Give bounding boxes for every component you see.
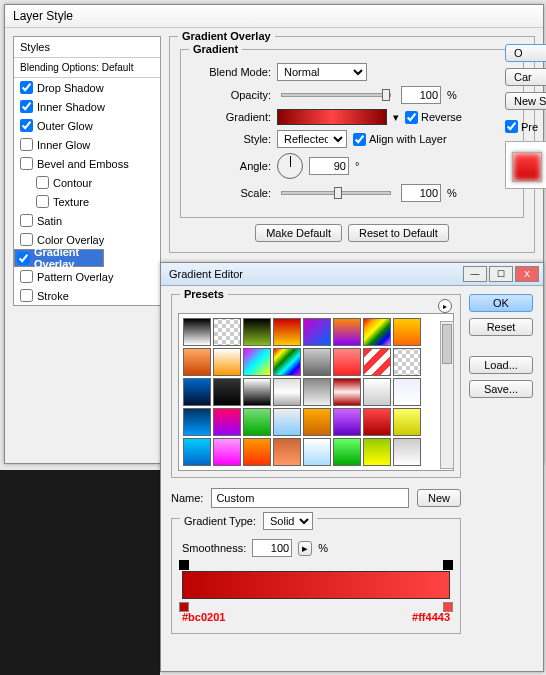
reverse-checkbox[interactable] xyxy=(405,111,418,124)
style-item-contour[interactable]: Contour xyxy=(14,173,160,192)
style-checkbox[interactable] xyxy=(20,119,33,132)
style-checkbox[interactable] xyxy=(20,233,33,246)
minimize-icon[interactable]: — xyxy=(463,266,487,282)
opacity-stop-right[interactable] xyxy=(443,560,453,570)
preset-swatch[interactable] xyxy=(363,378,391,406)
ge-save-button[interactable]: Save... xyxy=(469,380,533,398)
preset-swatch[interactable] xyxy=(333,318,361,346)
style-checkbox[interactable] xyxy=(20,157,33,170)
blending-options[interactable]: Blending Options: Default xyxy=(14,58,160,78)
presets-menu-icon[interactable]: ▸ xyxy=(438,299,452,313)
reset-default-button[interactable]: Reset to Default xyxy=(348,224,449,242)
preset-swatch[interactable] xyxy=(213,438,241,466)
color-stop-right[interactable] xyxy=(443,602,453,612)
scale-slider[interactable] xyxy=(281,191,391,195)
new-button[interactable]: New xyxy=(417,489,461,507)
preset-swatch[interactable] xyxy=(363,408,391,436)
ge-load-button[interactable]: Load... xyxy=(469,356,533,374)
name-input[interactable] xyxy=(211,488,409,508)
preset-swatch[interactable] xyxy=(363,348,391,376)
style-item-stroke[interactable]: Stroke xyxy=(14,286,160,305)
preset-swatch[interactable] xyxy=(333,438,361,466)
preset-swatch[interactable] xyxy=(273,408,301,436)
style-item-drop-shadow[interactable]: Drop Shadow xyxy=(14,78,160,97)
preset-swatch[interactable] xyxy=(213,318,241,346)
preset-swatch[interactable] xyxy=(393,318,421,346)
preset-swatch[interactable] xyxy=(303,318,331,346)
smoothness-input[interactable] xyxy=(252,539,292,557)
preset-swatch[interactable] xyxy=(183,438,211,466)
new-style-button[interactable]: New S xyxy=(505,92,546,110)
style-checkbox[interactable] xyxy=(20,214,33,227)
style-item-inner-shadow[interactable]: Inner Shadow xyxy=(14,97,160,116)
preset-swatch[interactable] xyxy=(213,348,241,376)
preset-swatch[interactable] xyxy=(183,378,211,406)
preset-swatch[interactable] xyxy=(333,378,361,406)
preset-swatch[interactable] xyxy=(303,348,331,376)
preset-swatch[interactable] xyxy=(213,378,241,406)
style-select[interactable]: Reflected xyxy=(277,130,347,148)
style-checkbox[interactable] xyxy=(36,176,49,189)
preset-swatch[interactable] xyxy=(243,348,271,376)
make-default-button[interactable]: Make Default xyxy=(255,224,342,242)
preset-swatch[interactable] xyxy=(183,348,211,376)
preset-swatch[interactable] xyxy=(333,408,361,436)
preset-swatch[interactable] xyxy=(183,408,211,436)
style-checkbox[interactable] xyxy=(20,289,33,302)
preset-swatch[interactable] xyxy=(333,348,361,376)
style-item-gradient-overlay[interactable]: Gradient Overlay xyxy=(14,249,104,267)
preset-swatch[interactable] xyxy=(393,408,421,436)
ok-button[interactable]: O xyxy=(505,44,546,62)
preset-swatch[interactable] xyxy=(363,318,391,346)
blend-mode-select[interactable]: Normal xyxy=(277,63,367,81)
preset-swatch[interactable] xyxy=(273,348,301,376)
preset-swatch[interactable] xyxy=(303,378,331,406)
style-checkbox[interactable] xyxy=(20,81,33,94)
opacity-slider[interactable] xyxy=(281,93,391,97)
style-item-bevel-and-emboss[interactable]: Bevel and Emboss xyxy=(14,154,160,173)
preset-swatch[interactable] xyxy=(243,408,271,436)
preset-swatch[interactable] xyxy=(303,408,331,436)
style-item-outer-glow[interactable]: Outer Glow xyxy=(14,116,160,135)
preset-swatch[interactable] xyxy=(273,438,301,466)
preset-swatch[interactable] xyxy=(213,408,241,436)
style-item-texture[interactable]: Texture xyxy=(14,192,160,211)
opacity-stop-left[interactable] xyxy=(179,560,189,570)
style-checkbox[interactable] xyxy=(20,100,33,113)
ge-reset-button[interactable]: Reset xyxy=(469,318,533,336)
style-checkbox[interactable] xyxy=(17,252,30,265)
preset-swatch[interactable] xyxy=(393,438,421,466)
styles-header[interactable]: Styles xyxy=(14,37,160,58)
preset-swatch[interactable] xyxy=(243,318,271,346)
preset-swatch[interactable] xyxy=(393,378,421,406)
gradient-type-select[interactable]: Solid xyxy=(263,512,313,530)
cancel-button[interactable]: Car xyxy=(505,68,546,86)
align-checkbox[interactable] xyxy=(353,133,366,146)
close-icon[interactable]: X xyxy=(515,266,539,282)
preset-swatch[interactable] xyxy=(363,438,391,466)
preset-swatch[interactable] xyxy=(183,318,211,346)
preset-swatch[interactable] xyxy=(273,318,301,346)
gradient-preview[interactable] xyxy=(277,109,387,125)
style-checkbox[interactable] xyxy=(36,195,49,208)
preset-swatch[interactable] xyxy=(243,438,271,466)
style-item-satin[interactable]: Satin xyxy=(14,211,160,230)
opacity-input[interactable] xyxy=(401,86,441,104)
scale-input[interactable] xyxy=(401,184,441,202)
smoothness-flyout-icon[interactable]: ▸ xyxy=(298,541,312,556)
style-checkbox[interactable] xyxy=(20,270,33,283)
style-checkbox[interactable] xyxy=(20,138,33,151)
gradient-dropdown-icon[interactable]: ▾ xyxy=(393,111,399,124)
preset-swatch[interactable] xyxy=(393,348,421,376)
preview-checkbox[interactable] xyxy=(505,120,518,133)
preset-swatch[interactable] xyxy=(273,378,301,406)
ge-ok-button[interactable]: OK xyxy=(469,294,533,312)
angle-input[interactable] xyxy=(309,157,349,175)
angle-dial[interactable] xyxy=(277,153,303,179)
style-item-inner-glow[interactable]: Inner Glow xyxy=(14,135,160,154)
maximize-icon[interactable]: ☐ xyxy=(489,266,513,282)
preset-swatch[interactable] xyxy=(303,438,331,466)
preset-swatch[interactable] xyxy=(243,378,271,406)
gradient-bar[interactable] xyxy=(182,571,450,599)
presets-scrollbar[interactable] xyxy=(440,321,454,469)
